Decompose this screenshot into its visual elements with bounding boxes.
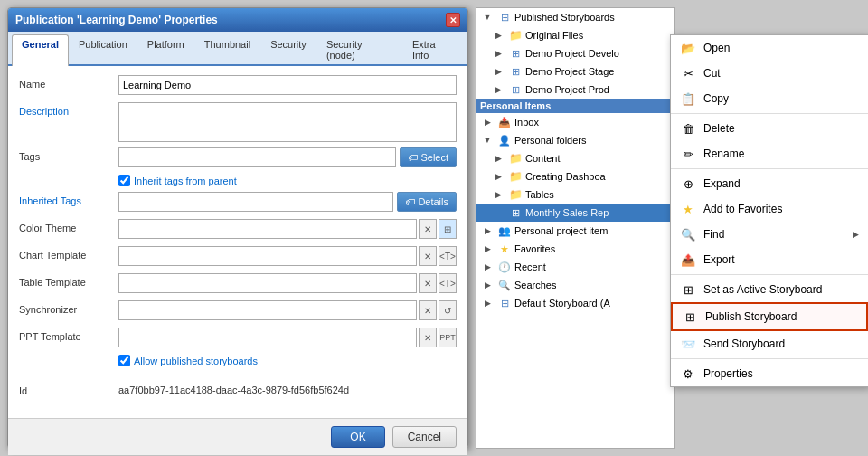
- tree-item-original-files[interactable]: ▶ 📁 Original Files: [476, 26, 674, 44]
- tab-security[interactable]: Security: [260, 34, 316, 64]
- storyboard-icon: ⊞: [508, 205, 523, 220]
- tree-item-label: Tables: [525, 189, 554, 200]
- ok-button[interactable]: OK: [331, 426, 384, 448]
- dialog-title: Publication 'Learning Demo' Properties: [15, 14, 218, 26]
- name-input[interactable]: [118, 75, 457, 95]
- tree-item-label: Searches: [514, 280, 556, 290]
- tree-item-published-storyboards[interactable]: ▼ ⊞ Published Storyboards: [476, 8, 674, 26]
- ctx-expand[interactable]: ⊕ Expand: [671, 171, 868, 196]
- tree-item-personal-folders[interactable]: ▼ 👤 Personal folders: [476, 131, 674, 149]
- details-button[interactable]: 🏷 Details: [397, 192, 457, 212]
- right-panel: ▼ ⊞ Published Storyboards ▶ 📁 Original F…: [476, 7, 861, 449]
- color-theme-control: ✕ ⊞: [118, 219, 457, 239]
- table-template-input[interactable]: [118, 273, 417, 293]
- expand-icon: ▼: [480, 133, 495, 147]
- tree-item-recent[interactable]: ▶ 🕐 Recent: [476, 258, 674, 276]
- synchronizer-row: Synchronizer ✕ ↺: [19, 300, 457, 322]
- ctx-find[interactable]: 🔍 Find ▶: [671, 222, 868, 247]
- rename-icon: ✏: [680, 146, 696, 162]
- ctx-rename[interactable]: ✏ Rename: [671, 141, 868, 166]
- tag-icon: 🏷: [408, 152, 418, 163]
- close-button[interactable]: ✕: [446, 13, 460, 27]
- synchronizer-input[interactable]: [118, 300, 417, 320]
- inherited-tags-row: Inherited Tags 🏷 Details: [19, 192, 457, 214]
- cancel-button[interactable]: Cancel: [392, 426, 457, 448]
- synchronizer-clear-button[interactable]: ✕: [419, 300, 437, 320]
- chart-template-row: Chart Template ✕ <T>: [19, 246, 457, 268]
- tab-thumbnail[interactable]: Thumbnail: [194, 34, 260, 64]
- ctx-send-storyboard[interactable]: 📨 Send Storyboard: [671, 331, 868, 356]
- table-template-clear-button[interactable]: ✕: [419, 273, 437, 293]
- search-icon: 🔍: [497, 278, 512, 292]
- tree-item-demo-stage[interactable]: ▶ ⊞ Demo Project Stage: [476, 62, 674, 81]
- tab-general[interactable]: General: [12, 34, 69, 66]
- tree-item-default-storyboard[interactable]: ▶ ⊞ Default Storyboard (A: [476, 294, 674, 312]
- ctx-cut[interactable]: ✂ Cut: [671, 61, 868, 86]
- ctx-label: Cut: [703, 67, 721, 80]
- chart-template-browse-button[interactable]: <T>: [439, 246, 457, 266]
- ctx-add-favorites[interactable]: ★ Add to Favorites: [671, 196, 868, 222]
- synchronizer-browse-button[interactable]: ↺: [439, 300, 457, 320]
- tree-item-content[interactable]: ▶ 📁 Content: [476, 149, 674, 167]
- tree-item-personal-project[interactable]: ▶ 👥 Personal project item: [476, 222, 674, 240]
- tree-item-demo-prod[interactable]: ▶ ⊞ Demo Project Prod: [476, 81, 674, 99]
- ctx-label: Add to Favorites: [703, 203, 782, 215]
- tree-item-favorites[interactable]: ▶ ★ Favorites: [476, 240, 674, 258]
- inbox-icon: 📥: [497, 115, 512, 129]
- inherit-tags-checkbox[interactable]: [118, 175, 130, 186]
- tab-security-node[interactable]: Security (node): [316, 34, 402, 64]
- allow-published-row: Allow published storyboards: [19, 355, 457, 376]
- ctx-publish-storyboard[interactable]: ⊞ Publish Storyboard: [671, 302, 868, 331]
- tab-publication[interactable]: Publication: [69, 34, 137, 64]
- color-theme-browse-button[interactable]: ⊞: [439, 219, 457, 239]
- description-input[interactable]: [118, 102, 457, 142]
- tree-item-tables[interactable]: ▶ 📁 Tables: [476, 185, 674, 204]
- color-theme-clear-button[interactable]: ✕: [419, 219, 437, 239]
- tags-input[interactable]: [118, 147, 396, 167]
- color-theme-input[interactable]: [118, 219, 417, 239]
- inherit-tags-row: Inherit tags from parent: [19, 175, 457, 186]
- tags-control: 🏷 Select: [118, 147, 457, 167]
- tree-item-searches[interactable]: ▶ 🔍 Searches: [476, 276, 674, 294]
- storyboard-icon: ⊞: [508, 82, 523, 97]
- allow-published-label[interactable]: Allow published storyboards: [118, 355, 258, 366]
- find-icon: 🔍: [680, 226, 696, 242]
- id-label: Id: [19, 382, 118, 396]
- synchronizer-label: Synchronizer: [19, 300, 118, 315]
- tab-extra-info[interactable]: Extra Info: [402, 34, 464, 64]
- ctx-delete[interactable]: 🗑 Delete: [671, 116, 868, 141]
- inherited-tags-label: Inherited Tags: [19, 192, 118, 206]
- tree-item-inbox[interactable]: ▶ 📥 Inbox: [476, 113, 674, 131]
- tree-item-monthly-sales[interactable]: ⊞ Monthly Sales Rep: [476, 204, 674, 222]
- chart-template-label: Chart Template: [19, 246, 118, 261]
- inherited-tags-input[interactable]: [118, 192, 393, 212]
- tree-item-creating-dashboard[interactable]: ▶ 📁 Creating Dashboa: [476, 167, 674, 185]
- select-button[interactable]: 🏷 Select: [400, 147, 457, 167]
- ppt-template-clear-button[interactable]: ✕: [419, 328, 437, 347]
- ctx-copy[interactable]: 📋 Copy: [671, 86, 868, 111]
- ctx-label: Properties: [703, 367, 753, 380]
- expand-icon: ▶: [480, 260, 495, 274]
- ctx-open[interactable]: 📂 Open: [671, 35, 868, 61]
- folder-icon: 📁: [508, 151, 523, 166]
- expand-icon: [491, 205, 505, 220]
- tree-item-demo-develo[interactable]: ▶ ⊞ Demo Project Develo: [476, 44, 674, 62]
- publication-properties-dialog: Publication 'Learning Demo' Properties ✕…: [7, 7, 468, 449]
- chart-template-clear-button[interactable]: ✕: [419, 246, 437, 266]
- tree-item-label: Recent: [514, 261, 546, 272]
- ppt-template-browse-button[interactable]: PPT: [439, 328, 457, 347]
- allow-published-spacer: [19, 355, 118, 358]
- ctx-set-active[interactable]: ⊞ Set as Active Storyboard: [671, 277, 868, 302]
- tags-row: Tags 🏷 Select: [19, 147, 457, 169]
- personal-items-header: Personal Items: [476, 99, 674, 113]
- table-template-browse-button[interactable]: <T>: [439, 273, 457, 293]
- chart-template-input[interactable]: [118, 246, 417, 266]
- send-icon: 📨: [680, 336, 696, 352]
- allow-published-checkbox[interactable]: [118, 355, 130, 366]
- ppt-template-input[interactable]: [118, 328, 417, 347]
- ctx-export[interactable]: 📤 Export: [671, 247, 868, 272]
- tags-label: Tags: [19, 147, 118, 162]
- ctx-divider-3: [671, 274, 868, 275]
- tab-platform[interactable]: Platform: [137, 34, 194, 64]
- ctx-properties[interactable]: ⚙ Properties: [671, 361, 868, 386]
